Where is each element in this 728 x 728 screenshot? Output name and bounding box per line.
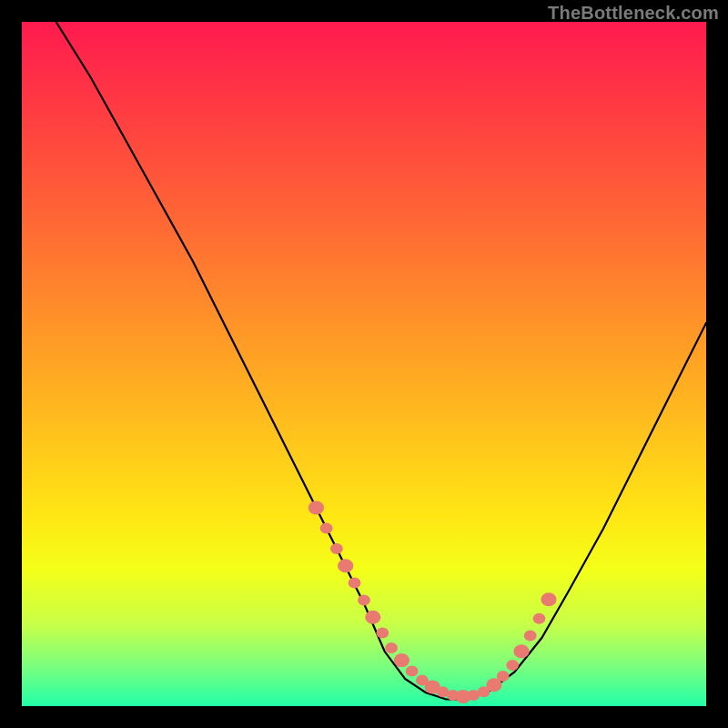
curve-marker xyxy=(349,578,361,589)
curve-marker xyxy=(506,660,519,671)
curve-marker xyxy=(330,543,343,554)
curve-marker xyxy=(497,671,510,682)
curve-marker xyxy=(513,644,529,658)
curve-marker xyxy=(385,642,398,653)
bottleneck-curve-svg xyxy=(22,22,706,706)
chart-frame: TheBottleneck.com xyxy=(0,0,728,728)
chart-plot-area xyxy=(22,22,706,706)
bottleneck-curve-line xyxy=(56,22,706,700)
curve-marker xyxy=(394,653,410,667)
curve-marker xyxy=(376,628,389,639)
curve-marker xyxy=(406,666,419,677)
curve-marker xyxy=(358,594,370,605)
marker-layer xyxy=(308,500,557,703)
curve-marker xyxy=(308,500,324,514)
curve-marker xyxy=(541,592,556,606)
curve-marker xyxy=(320,523,333,534)
curve-marker xyxy=(365,611,380,624)
curve-marker xyxy=(524,631,537,642)
curve-marker xyxy=(533,613,546,624)
watermark-text: TheBottleneck.com xyxy=(548,3,719,24)
curve-marker xyxy=(338,559,353,572)
